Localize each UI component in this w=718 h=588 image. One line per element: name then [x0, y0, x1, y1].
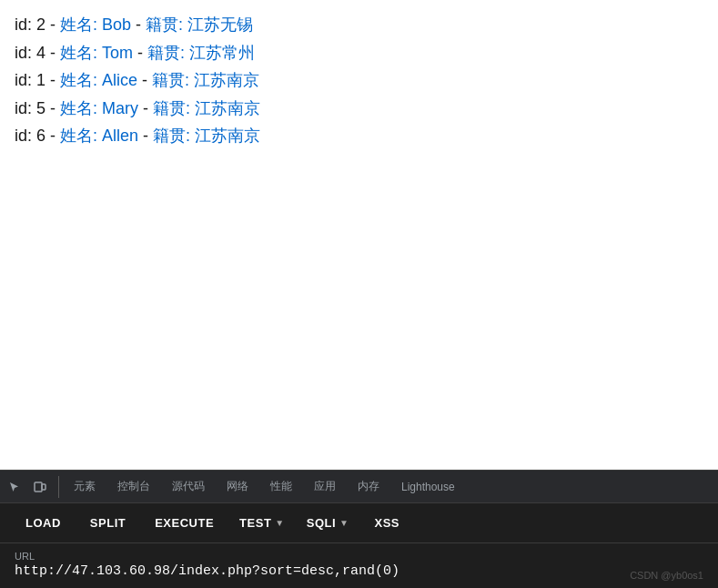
devtools-tab-network[interactable]: 网络 [216, 471, 259, 502]
record-name-label: 姓名: Allen [60, 127, 138, 145]
dropdown-arrow-sqli: ▼ [339, 518, 349, 528]
devtools-tab-memory[interactable]: 内存 [347, 471, 390, 502]
devtools-tab-elements[interactable]: 元素 [63, 471, 106, 502]
record-name-label: 姓名: Mary [60, 99, 138, 117]
record-id-label: id: 1 [15, 71, 46, 89]
record-line: id: 1 - 姓名: Alice - 籍贯: 江苏南京 [15, 66, 703, 95]
toolbar-btn-test[interactable]: TEST ▼ [228, 511, 296, 535]
svg-rect-1 [42, 484, 46, 490]
record-line: id: 5 - 姓名: Mary - 籍贯: 江苏南京 [15, 95, 703, 123]
device-icon[interactable] [29, 476, 51, 498]
toolbar-btn-sqli[interactable]: SQLI ▼ [296, 511, 360, 535]
toolbar-btn-load[interactable]: LOAD [11, 511, 76, 535]
record-origin-label: 籍贯: 江苏南京 [153, 127, 260, 145]
dropdown-arrow-test: ▼ [275, 518, 284, 528]
record-id-label: id: 4 [15, 44, 46, 62]
record-name-label: 姓名: Bob [60, 15, 131, 34]
toolbar-btn-label-test: TEST [239, 516, 271, 530]
devtools-tab-performance[interactable]: 性能 [259, 471, 303, 502]
cursor-icon[interactable] [4, 476, 25, 498]
watermark: CSDN @yb0os1 [630, 570, 703, 581]
devtools-icons [4, 476, 59, 498]
record-line: id: 2 - 姓名: Bob - 籍贯: 江苏无锡 [15, 11, 703, 39]
devtools-tab-sources[interactable]: 源代码 [161, 471, 216, 502]
record-line: id: 4 - 姓名: Tom - 籍贯: 江苏常州 [15, 39, 703, 67]
devtools-tabs: 元素控制台源代码网络性能应用内存Lighthouse [63, 471, 714, 502]
record-origin-label: 籍贯: 江苏南京 [153, 99, 260, 117]
main-content: id: 2 - 姓名: Bob - 籍贯: 江苏无锡id: 4 - 姓名: To… [0, 0, 718, 470]
record-origin-label: 籍贯: 江苏常州 [147, 44, 255, 62]
url-label: URL [15, 551, 703, 562]
record-id-label: id: 2 [15, 15, 46, 34]
toolbar-btn-xss[interactable]: XSS [359, 511, 414, 535]
toolbar-btn-label-sqli: SQLI [307, 516, 336, 530]
toolbar-btn-split[interactable]: SPLIT [76, 511, 140, 535]
url-bar: URL http://47.103.60.98/index.php?sort=d… [0, 542, 718, 588]
devtools-tab-lighthouse[interactable]: Lighthouse [390, 471, 466, 502]
record-name-label: 姓名: Alice [60, 71, 137, 89]
url-value: http://47.103.60.98/index.php?sort=desc,… [15, 563, 703, 579]
svg-rect-0 [35, 482, 42, 492]
record-line: id: 6 - 姓名: Allen - 籍贯: 江苏南京 [15, 122, 703, 150]
devtools-tab-console[interactable]: 控制台 [106, 471, 161, 502]
toolbar-btn-execute[interactable]: EXECUTE [140, 511, 228, 535]
devtools-bar: 元素控制台源代码网络性能应用内存Lighthouse [0, 470, 718, 502]
record-origin-label: 籍贯: 江苏无锡 [146, 15, 253, 34]
record-origin-label: 籍贯: 江苏南京 [152, 71, 259, 89]
record-name-label: 姓名: Tom [60, 44, 133, 62]
record-id-label: id: 5 [15, 99, 46, 117]
devtools-tab-application[interactable]: 应用 [303, 471, 347, 502]
record-id-label: id: 6 [15, 127, 46, 145]
toolbar-row: LOADSPLITEXECUTETEST ▼SQLI ▼XSS [0, 502, 718, 542]
